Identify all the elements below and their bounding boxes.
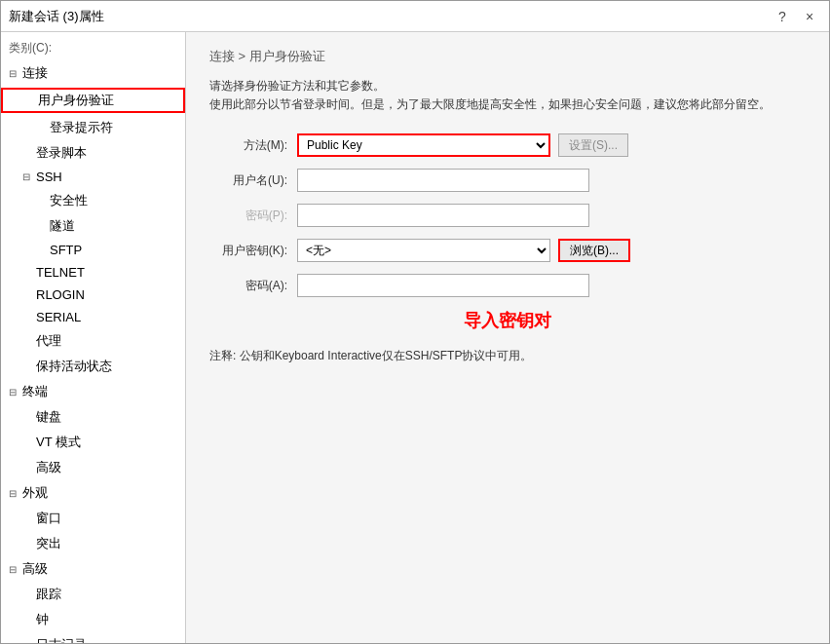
sidebar-item-label-security[interactable]: 安全性 xyxy=(1,190,185,211)
description-line1: 请选择身份验证方法和其它参数。 xyxy=(209,77,806,95)
sidebar-item-label-serial[interactable]: SERIAL xyxy=(1,308,185,326)
sidebar-label-clock: 钟 xyxy=(36,611,49,628)
sidebar-item-login-prompt[interactable]: 登录提示符 xyxy=(1,115,185,140)
sidebar-label-terminal: 终端 xyxy=(22,383,48,400)
sidebar-item-telnet[interactable]: TELNET xyxy=(1,261,185,284)
sidebar-item-label-proxy[interactable]: 代理 xyxy=(1,330,185,352)
sidebar-item-label-terminal[interactable]: ⊟ 终端 xyxy=(1,381,185,402)
sidebar-label-login-prompt: 登录提示符 xyxy=(50,119,113,136)
sidebar-label-vt-mode: VT 模式 xyxy=(36,434,81,451)
user-key-label: 用户密钥(K): xyxy=(209,243,297,259)
method-label: 方法(M): xyxy=(209,137,297,154)
passphrase-input[interactable] xyxy=(297,274,589,297)
sidebar-item-vt-mode[interactable]: VT 模式 xyxy=(1,430,185,455)
sidebar-item-advanced[interactable]: 高级 xyxy=(1,455,185,480)
sidebar-label-tunnel: 隧道 xyxy=(50,217,75,235)
title-bar: 新建会话 (3)属性 ? × xyxy=(1,1,829,32)
sidebar-item-label-advanced[interactable]: 高级 xyxy=(1,457,185,478)
sidebar-item-label-login-script[interactable]: 登录脚本 xyxy=(1,142,185,164)
username-label: 用户名(U): xyxy=(209,172,297,189)
sidebar-item-label-highlight[interactable]: 突出 xyxy=(1,533,185,554)
username-input[interactable] xyxy=(297,169,589,192)
sidebar-item-label-vt-mode[interactable]: VT 模式 xyxy=(1,432,185,453)
sidebar-item-keepalive[interactable]: 保持活动状态 xyxy=(1,354,185,379)
expand-icon-terminal: ⊟ xyxy=(9,387,22,398)
method-row: 方法(M): PasswordPublic KeyKeyboard Intera… xyxy=(209,133,806,157)
user-key-dropdown[interactable]: <无> xyxy=(297,239,550,262)
sidebar-label-window: 窗口 xyxy=(36,510,61,527)
sidebar-item-appearance[interactable]: ⊟ 外观 xyxy=(1,480,185,506)
window-title: 新建会话 (3)属性 xyxy=(9,8,104,25)
sidebar-item-label-login-prompt[interactable]: 登录提示符 xyxy=(1,117,185,138)
sidebar-label-user-auth: 用户身份验证 xyxy=(38,92,114,109)
sidebar-item-label-tunnel[interactable]: 隧道 xyxy=(1,215,185,237)
content-area: 类别(C): ⊟ 连接 用户身份验证 登录提示符 登录脚本 ⊟ SSH 安全性 … xyxy=(1,32,829,643)
username-row: 用户名(U): xyxy=(209,169,806,192)
sidebar-item-label-sftp[interactable]: SFTP xyxy=(1,241,185,259)
expand-icon-ssh: ⊟ xyxy=(22,171,36,182)
sidebar-item-label-keepalive[interactable]: 保持活动状态 xyxy=(1,356,185,377)
username-control xyxy=(297,169,589,192)
note-text: 注释: 公钥和Keyboard Interactive仅在SSH/SFTP协议中… xyxy=(209,348,806,364)
sidebar-label-appearance: 外观 xyxy=(22,484,48,502)
sidebar-item-login-script[interactable]: 登录脚本 xyxy=(1,140,185,166)
sidebar-item-clock[interactable]: 钟 xyxy=(1,607,185,632)
description-line2: 使用此部分以节省登录时间。但是，为了最大限度地提高安全性，如果担心安全问题，建议… xyxy=(209,95,806,114)
sidebar-item-label-log[interactable]: 日志记录 xyxy=(1,634,185,643)
sidebar-item-sftp[interactable]: SFTP xyxy=(1,239,185,261)
method-dropdown[interactable]: PasswordPublic KeyKeyboard InteractiveGS… xyxy=(297,133,550,157)
title-bar-controls: ? × xyxy=(771,5,821,28)
browse-button[interactable]: 浏览(B)... xyxy=(558,239,630,262)
close-button[interactable]: × xyxy=(798,5,821,28)
main-panel: 连接 > 用户身份验证 请选择身份验证方法和其它参数。 使用此部分以节省登录时间… xyxy=(186,32,829,643)
sidebar-label-highlight: 突出 xyxy=(36,535,61,552)
settings-button[interactable]: 设置(S)... xyxy=(558,133,628,157)
sidebar-item-keyboard[interactable]: 键盘 xyxy=(1,404,185,430)
sidebar-label-rlogin: RLOGIN xyxy=(36,287,85,302)
sidebar-item-label-window[interactable]: 窗口 xyxy=(1,508,185,529)
sidebar-item-label-connection[interactable]: ⊟ 连接 xyxy=(1,62,185,84)
sidebar-item-label-rlogin[interactable]: RLOGIN xyxy=(1,285,185,304)
sidebar-label-log: 日志记录 xyxy=(36,636,87,643)
tree-container: ⊟ 连接 用户身份验证 登录提示符 登录脚本 ⊟ SSH 安全性 隧道 SFTP… xyxy=(1,60,185,643)
sidebar-label-advanced2: 高级 xyxy=(22,560,48,578)
sidebar-item-trace[interactable]: 跟踪 xyxy=(1,582,185,607)
description: 请选择身份验证方法和其它参数。 使用此部分以节省登录时间。但是，为了最大限度地提… xyxy=(209,77,806,114)
sidebar-item-label-ssh[interactable]: ⊟ SSH xyxy=(1,168,185,186)
sidebar-item-advanced2[interactable]: ⊟ 高级 xyxy=(1,556,185,582)
sidebar: 类别(C): ⊟ 连接 用户身份验证 登录提示符 登录脚本 ⊟ SSH 安全性 … xyxy=(1,32,186,643)
sidebar-item-connection[interactable]: ⊟ 连接 xyxy=(1,60,185,86)
passphrase-control xyxy=(297,274,589,297)
passphrase-label: 密码(A): xyxy=(209,278,297,294)
method-select-group: PasswordPublic KeyKeyboard InteractiveGS… xyxy=(297,133,628,157)
sidebar-item-label-appearance[interactable]: ⊟ 外观 xyxy=(1,482,185,504)
sidebar-item-label-trace[interactable]: 跟踪 xyxy=(1,584,185,605)
category-label: 类别(C): xyxy=(1,36,185,60)
sidebar-item-label-telnet[interactable]: TELNET xyxy=(1,263,185,282)
sidebar-item-tunnel[interactable]: 隧道 xyxy=(1,213,185,239)
sidebar-label-telnet: TELNET xyxy=(36,265,85,280)
sidebar-item-ssh[interactable]: ⊟ SSH xyxy=(1,166,185,188)
import-text: 导入密钥对 xyxy=(209,309,806,332)
sidebar-item-serial[interactable]: SERIAL xyxy=(1,306,185,328)
sidebar-item-label-keyboard[interactable]: 键盘 xyxy=(1,406,185,428)
sidebar-item-window[interactable]: 窗口 xyxy=(1,506,185,531)
sidebar-item-highlight[interactable]: 突出 xyxy=(1,531,185,556)
sidebar-item-rlogin[interactable]: RLOGIN xyxy=(1,284,185,306)
sidebar-item-label-advanced2[interactable]: ⊟ 高级 xyxy=(1,558,185,580)
sidebar-label-keepalive: 保持活动状态 xyxy=(36,358,112,375)
sidebar-item-user-auth[interactable]: 用户身份验证 xyxy=(1,86,185,115)
sidebar-label-ssh: SSH xyxy=(36,170,62,184)
sidebar-item-log[interactable]: 日志记录 xyxy=(1,632,185,643)
passphrase-row: 密码(A): xyxy=(209,274,806,297)
help-button[interactable]: ? xyxy=(771,5,794,28)
expand-icon-appearance: ⊟ xyxy=(9,488,22,499)
sidebar-label-connection: 连接 xyxy=(22,64,48,82)
password-input[interactable] xyxy=(297,204,589,227)
sidebar-item-proxy[interactable]: 代理 xyxy=(1,328,185,354)
expand-icon-connection: ⊟ xyxy=(9,68,22,79)
sidebar-item-terminal[interactable]: ⊟ 终端 xyxy=(1,379,185,404)
sidebar-item-label-clock[interactable]: 钟 xyxy=(1,609,185,630)
sidebar-item-security[interactable]: 安全性 xyxy=(1,188,185,213)
sidebar-item-label-user-auth[interactable]: 用户身份验证 xyxy=(1,88,185,113)
